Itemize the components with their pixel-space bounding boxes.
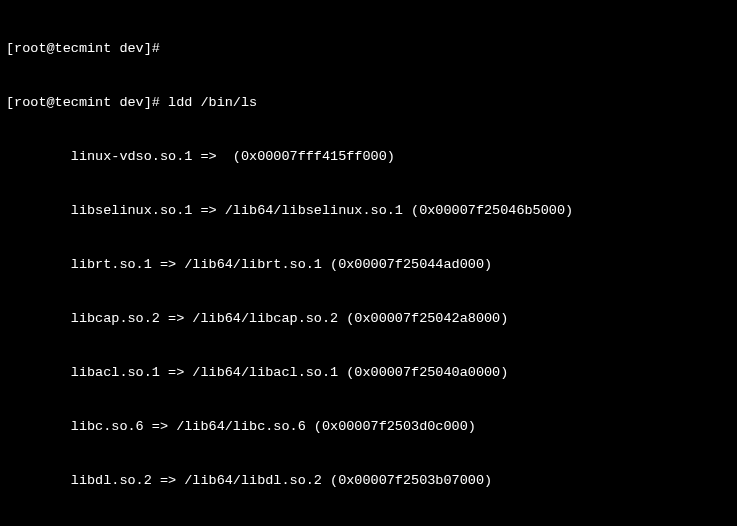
terminal-line: linux-vdso.so.1 => (0x00007fff415ff000) xyxy=(6,148,731,166)
terminal-line: [root@tecmint dev]# xyxy=(6,40,731,58)
terminal-line: libselinux.so.1 => /lib64/libselinux.so.… xyxy=(6,202,731,220)
terminal-line: [root@tecmint dev]# ldd /bin/ls xyxy=(6,94,731,112)
terminal-line: libcap.so.2 => /lib64/libcap.so.2 (0x000… xyxy=(6,310,731,328)
terminal-line: libdl.so.2 => /lib64/libdl.so.2 (0x00007… xyxy=(6,472,731,490)
terminal-window[interactable]: [root@tecmint dev]# [root@tecmint dev]# … xyxy=(0,0,737,526)
terminal-line: libc.so.6 => /lib64/libc.so.6 (0x00007f2… xyxy=(6,418,731,436)
terminal-line: libacl.so.1 => /lib64/libacl.so.1 (0x000… xyxy=(6,364,731,382)
terminal-line: librt.so.1 => /lib64/librt.so.1 (0x00007… xyxy=(6,256,731,274)
